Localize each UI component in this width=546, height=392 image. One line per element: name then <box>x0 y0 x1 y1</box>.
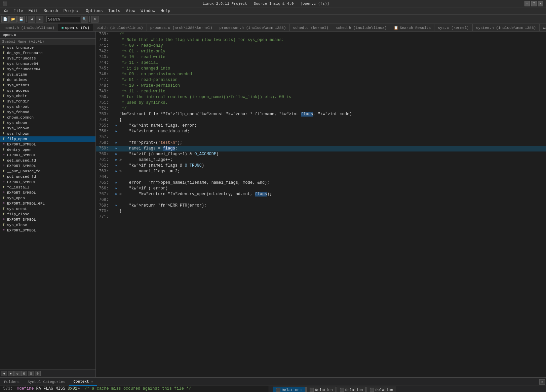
symbol-item-filp_open[interactable]: f filp_open <box>0 136 95 142</box>
line-content: » namei_flags |= 2; <box>119 169 546 174</box>
line-number: 765: <box>96 180 113 186</box>
symbol-item-do_utimes[interactable]: f do_utimes <box>0 77 95 83</box>
symbol-item-sys_open[interactable]: f sys_open <box>0 195 95 201</box>
symbol-item-export_symbol[interactable]: # EXPORT_SYMBOL <box>0 179 95 185</box>
symbol-item-export_symbol[interactable]: # EXPORT_SYMBOL <box>0 190 95 195</box>
menu-help[interactable]: Help <box>158 8 173 14</box>
symbol-item-sys_close[interactable]: f sys_close <box>0 222 95 228</box>
graph-tab-rel1-close[interactable]: ✕ <box>301 388 303 392</box>
graph-tab-rel1[interactable]: ⬛ Relation ✕ <box>273 387 306 392</box>
symbol-item-sys_utimes[interactable]: f sys_utimes <box>0 83 95 88</box>
open-file-button[interactable]: 📂 <box>9 16 17 23</box>
save-button[interactable]: 💾 <box>17 16 25 23</box>
graph-tab-rel4[interactable]: ⬛ Relation <box>366 387 396 392</box>
graph-rel-icon-4: ⬛ <box>369 388 374 392</box>
settings-button[interactable]: ⚙ <box>91 16 99 23</box>
symbol-item-fd_install[interactable]: f fd_install <box>0 185 95 190</box>
symbol-nav-forward[interactable]: ▶ <box>8 371 14 376</box>
menu-view[interactable]: View <box>123 8 138 14</box>
tab-open-c[interactable]: ■ open.c (fs) <box>58 24 93 31</box>
symbol-item-sys_fchmod[interactable]: f sys_fchmod <box>0 110 95 115</box>
bottom-close[interactable]: ✕ <box>539 379 545 385</box>
maximize-button[interactable]: □ <box>531 1 537 6</box>
symbol-expand[interactable]: ⊞ <box>21 371 27 376</box>
menu-options[interactable]: Options <box>83 8 105 14</box>
symbol-item-sys_chown[interactable]: f sys_chown <box>0 120 95 126</box>
tab-sched-h[interactable]: sched.h (include\linux) <box>332 24 390 31</box>
tab-folders[interactable]: Folders <box>0 378 24 386</box>
tab-symbol-categories[interactable]: Symbol Categories <box>24 378 69 386</box>
tab-wait-h[interactable]: wait.h (include\linux) <box>540 24 546 31</box>
symbol-item-dentry_open[interactable]: f dentry_open <box>0 147 95 153</box>
line-number: 751: <box>96 100 113 106</box>
tab-sys-c[interactable]: sys.c (kernel) <box>434 24 472 31</box>
line-content: /* <box>119 32 546 37</box>
menu-window[interactable]: Window <box>138 8 158 14</box>
symbol-item-sys_lchown[interactable]: f sys_lchown <box>0 126 95 131</box>
symbol-item-sys_ftruncate[interactable]: f sys_ftruncate <box>0 56 95 61</box>
symbol-icon: # <box>1 228 6 233</box>
menu-edit[interactable]: Edit <box>26 8 41 14</box>
tab-context[interactable]: Context ✕ <box>69 378 97 386</box>
graph-tab-rel3[interactable]: ⬛ Relation <box>337 387 366 392</box>
symbol-item-export_symbol[interactable]: # EXPORT_SYMBOL <box>0 217 95 222</box>
symbol-item-sys_access[interactable]: f sys_access <box>0 88 95 93</box>
symbol-item-export_symbol_gpl[interactable]: # EXPORT_SYMBOL_GPL <box>0 201 95 206</box>
symbol-item-sys_chroot[interactable]: f sys_chroot <box>0 104 95 110</box>
symbol-item-export_symbol[interactable]: # EXPORT_SYMBOL <box>0 153 95 158</box>
menu-file[interactable]: File <box>11 8 26 14</box>
symbol-item-sys_creat[interactable]: f sys_creat <box>0 206 95 212</box>
code-scroll-area[interactable]: 739:/*740: * Note that while the flag va… <box>96 32 546 377</box>
symbol-item-get_unused_fd[interactable]: f get_unused_fd <box>0 158 95 163</box>
toolbar: 📄 📂 💾 ◀ ▶ 🔍 ⚙ <box>0 15 546 24</box>
symbol-refresh[interactable]: ↺ <box>14 371 21 376</box>
tab-pid-h[interactable]: pid.h (include\linux) <box>93 24 147 31</box>
menu-tools[interactable]: Tools <box>106 8 123 14</box>
tab-namei-h[interactable]: namei.h (include\linux) <box>0 24 58 31</box>
symbol-item-export_symbol[interactable]: # EXPORT_SYMBOL <box>0 228 95 233</box>
symbol-item-sys_truncate64[interactable]: f sys_truncate64 <box>0 61 95 67</box>
symbol-item-put_unused_fd[interactable]: f put_unused_fd <box>0 174 95 179</box>
symbol-collapse[interactable]: ⊟ <box>28 371 34 376</box>
back-button[interactable]: ◀ <box>28 16 35 23</box>
symbol-item-__put_unused_fd[interactable]: f __put_unused_fd <box>0 169 95 174</box>
bottom-code-line: 573:#define RA_FLAG_MISS 0x01» /* a cach… <box>0 386 269 392</box>
close-button[interactable]: ✕ <box>538 1 543 6</box>
tab-system-h[interactable]: system.h (include\asm-i386) <box>473 24 540 31</box>
tab-search-results[interactable]: 📋 Search Results <box>390 24 434 31</box>
symbol-item-chown_common[interactable]: f chown_common <box>0 115 95 120</box>
symbol-name: sys_truncate <box>7 46 34 50</box>
symbol-item-sys_truncate[interactable]: f sys_truncate <box>0 45 95 50</box>
symbol-item-sys_fchown[interactable]: f sys_fchown <box>0 131 95 136</box>
menu-icon[interactable]: 🗂 <box>1 8 11 14</box>
search-input[interactable] <box>46 16 80 22</box>
menu-project[interactable]: Project <box>61 8 83 14</box>
line-content: * used by symlinks. <box>119 100 546 106</box>
line-content: "kw">struct file *"fn">filp_open("kw">co… <box>119 112 546 117</box>
graph-tab-rel2[interactable]: ⬛ Relation <box>306 387 336 392</box>
forward-button[interactable]: ▶ <box>36 16 43 23</box>
symbol-nav-back[interactable]: ◀ <box>1 371 7 376</box>
panel-divider[interactable] <box>269 386 272 392</box>
symbol-item-sys_utime[interactable]: f sys_utime <box>0 72 95 77</box>
symbol-settings[interactable]: ⚙ <box>35 371 41 376</box>
menu-search[interactable]: Search <box>41 8 61 14</box>
minimize-button[interactable]: ─ <box>524 1 530 6</box>
symbol-item-sys_ftruncate64[interactable]: f sys_ftruncate64 <box>0 67 95 72</box>
symbol-item-sys_chdir[interactable]: f sys_chdir <box>0 93 95 99</box>
symbol-item-export_symbol[interactable]: # EXPORT_SYMBOL <box>0 163 95 169</box>
tab-context-close[interactable]: ✕ <box>91 380 93 384</box>
symbol-item-filp_close[interactable]: f filp_close <box>0 212 95 217</box>
symbol-name: sys_truncate64 <box>7 62 38 66</box>
code-line: 755:» "kw">int namei_flags, error; <box>96 123 546 129</box>
symbol-item-do_sys_ftruncate[interactable]: f do_sys_ftruncate <box>0 50 95 56</box>
tab-process-c[interactable]: process.c (arch\i386\kernel) <box>147 24 216 31</box>
line-content: "kw">if ((namei_flags+1) & O_ACCMODE) <box>119 151 546 157</box>
tab-processor-h[interactable]: processor.h (include\asm-i386) <box>216 24 290 31</box>
search-button[interactable]: 🔍 <box>81 16 88 23</box>
new-file-button[interactable]: 📄 <box>1 16 9 23</box>
symbol-item-sys_fchdir[interactable]: f sys_fchdir <box>0 99 95 104</box>
symbol-icon: f <box>1 115 6 120</box>
tab-sched-c[interactable]: sched.c (kernel) <box>290 24 333 31</box>
symbol-item-export_symbol[interactable]: # EXPORT_SYMBOL <box>0 142 95 147</box>
